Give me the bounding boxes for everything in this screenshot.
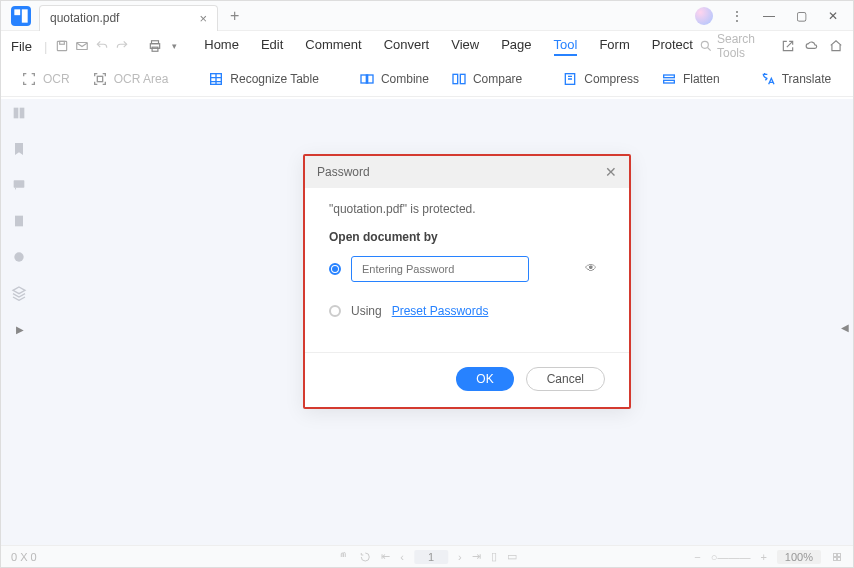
app-logo-icon	[11, 6, 31, 26]
zoom-out-icon[interactable]: −	[694, 551, 700, 563]
thumbnails-icon[interactable]	[11, 105, 29, 123]
cloud-icon[interactable]	[805, 37, 819, 55]
zoom-in-icon[interactable]: +	[760, 551, 766, 563]
cursor-coords: 0 X 0	[11, 551, 37, 563]
password-dialog: Password ✕ "quotation.pdf" is protected.…	[303, 154, 631, 409]
kebab-menu-icon[interactable]: ⋮	[723, 3, 751, 29]
svg-rect-16	[664, 75, 675, 78]
svg-rect-9	[97, 76, 102, 81]
compare-button[interactable]: Compare	[443, 67, 530, 91]
hand-tool-icon[interactable]	[337, 551, 349, 563]
compress-button[interactable]: Compress	[554, 67, 647, 91]
toolbar: OCR OCR Area Recognize Table Combine Com…	[1, 61, 853, 97]
prev-page-icon[interactable]: ‹	[400, 551, 404, 563]
combine-label: Combine	[381, 72, 429, 86]
close-window-button[interactable]: ✕	[819, 3, 847, 29]
last-page-icon[interactable]: ⇥	[472, 550, 481, 563]
svg-rect-14	[460, 74, 465, 83]
using-label: Using	[351, 304, 382, 318]
translate-button[interactable]: Translate	[752, 67, 840, 91]
open-document-label: Open document by	[329, 230, 605, 244]
dialog-title: Password	[317, 165, 370, 179]
search-placeholder: Search Tools	[717, 32, 771, 60]
document-tab[interactable]: quotation.pdf ×	[39, 5, 218, 31]
page-number[interactable]: 1	[414, 550, 448, 564]
menu-bar: File | ▾ HomeEditCommentConvertViewPageT…	[1, 31, 853, 61]
translate-label: Translate	[782, 72, 832, 86]
next-page-icon[interactable]: ›	[458, 551, 462, 563]
capture-button[interactable]: Capture	[845, 67, 854, 91]
svg-point-8	[701, 41, 708, 48]
mail-icon[interactable]	[75, 37, 89, 55]
ocr-area-button[interactable]: OCR Area	[84, 67, 177, 91]
expand-left-icon[interactable]: ▶	[16, 324, 24, 335]
ocr-area-label: OCR Area	[114, 72, 169, 86]
file-menu[interactable]: File	[11, 39, 32, 54]
bookmark-icon[interactable]	[11, 141, 29, 159]
compare-label: Compare	[473, 72, 522, 86]
fit-page-icon[interactable]	[831, 551, 843, 563]
minimize-window-button[interactable]: —	[755, 3, 783, 29]
title-bar: quotation.pdf × + ⋮ — ▢ ✕	[1, 1, 853, 31]
svg-rect-26	[14, 180, 25, 187]
menu-tool[interactable]: Tool	[554, 37, 578, 56]
undo-icon[interactable]	[95, 37, 109, 55]
svg-rect-25	[20, 108, 25, 119]
cancel-button[interactable]: Cancel	[526, 367, 605, 391]
entering-password-radio[interactable]	[329, 263, 341, 275]
menu-form[interactable]: Form	[599, 37, 629, 56]
zoom-slider-icon[interactable]: ○———	[711, 551, 751, 563]
preset-passwords-radio[interactable]	[329, 305, 341, 317]
svg-rect-2	[58, 41, 67, 50]
search-tools[interactable]: Search Tools	[699, 32, 771, 60]
continuous-page-icon[interactable]: ▭	[507, 550, 517, 563]
ok-button[interactable]: OK	[456, 367, 513, 391]
add-tab-button[interactable]: +	[230, 7, 239, 25]
redo-icon[interactable]	[115, 37, 129, 55]
comment-icon[interactable]	[11, 177, 29, 195]
print-icon[interactable]	[148, 37, 162, 55]
menu-view[interactable]: View	[451, 37, 479, 56]
svg-point-28	[14, 252, 23, 261]
svg-rect-29	[834, 553, 837, 556]
single-page-icon[interactable]: ▯	[491, 550, 497, 563]
preset-passwords-link[interactable]: Preset Passwords	[392, 304, 489, 318]
menu-comment[interactable]: Comment	[305, 37, 361, 56]
left-sidebar: ▶	[1, 99, 39, 545]
menu-convert[interactable]: Convert	[384, 37, 430, 56]
workspace: ▶ Password ✕ "quotation.pdf" is protecte…	[1, 99, 853, 545]
menu-edit[interactable]: Edit	[261, 37, 283, 56]
dialog-header: Password ✕	[305, 156, 629, 188]
zoom-level[interactable]: 100%	[777, 550, 821, 564]
flatten-button[interactable]: Flatten	[653, 67, 728, 91]
dropdown-arrow-icon[interactable]: ▾	[168, 37, 180, 55]
flatten-label: Flatten	[683, 72, 720, 86]
field-icon[interactable]	[11, 249, 29, 267]
ocr-button[interactable]: OCR	[13, 67, 78, 91]
expand-right-icon[interactable]: ◀	[841, 322, 849, 333]
home-icon[interactable]	[829, 37, 843, 55]
svg-rect-32	[838, 557, 841, 560]
save-icon[interactable]	[55, 37, 69, 55]
main-menu: HomeEditCommentConvertViewPageToolFormPr…	[204, 37, 693, 56]
combine-button[interactable]: Combine	[351, 67, 437, 91]
search-icon	[699, 37, 713, 55]
rotate-icon[interactable]	[359, 551, 371, 563]
dialog-close-icon[interactable]: ✕	[605, 164, 617, 180]
svg-rect-0	[14, 9, 20, 15]
menu-page[interactable]: Page	[501, 37, 531, 56]
attachment-icon[interactable]	[11, 213, 29, 231]
share-icon[interactable]	[781, 37, 795, 55]
recognize-table-button[interactable]: Recognize Table	[200, 67, 327, 91]
svg-rect-3	[60, 41, 65, 44]
menu-home[interactable]: Home	[204, 37, 239, 56]
close-tab-icon[interactable]: ×	[199, 11, 207, 26]
user-avatar-icon[interactable]	[695, 7, 713, 25]
menu-protect[interactable]: Protect	[652, 37, 693, 56]
svg-rect-27	[15, 216, 23, 227]
layers-icon[interactable]	[11, 285, 29, 303]
show-password-icon[interactable]: 👁	[585, 261, 597, 275]
first-page-icon[interactable]: ⇤	[381, 550, 390, 563]
maximize-window-button[interactable]: ▢	[787, 3, 815, 29]
password-input[interactable]	[351, 256, 529, 282]
